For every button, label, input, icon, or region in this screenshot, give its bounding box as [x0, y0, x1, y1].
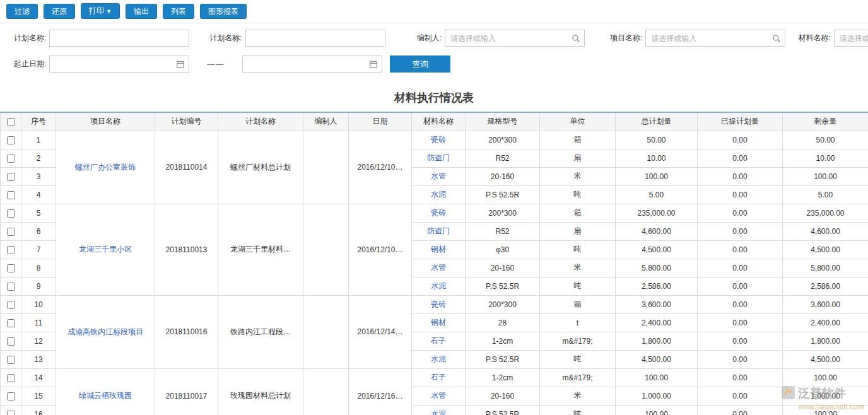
- material-link-cell: 钢材: [412, 313, 466, 332]
- material-link[interactable]: 瓷砖: [431, 208, 446, 217]
- project-link[interactable]: 龙湖三千里小区: [79, 245, 132, 254]
- date-from-input[interactable]: [49, 56, 189, 73]
- row-checkbox[interactable]: [7, 173, 15, 181]
- filter-button[interactable]: 过滤: [6, 4, 38, 19]
- material-link[interactable]: 水管: [431, 263, 446, 272]
- cell-requested: 0.00: [698, 368, 783, 387]
- project-name-input[interactable]: [645, 30, 785, 47]
- row-checkbox[interactable]: [7, 264, 15, 272]
- material-link-cell: 水管: [412, 387, 466, 405]
- cell-compiler: [303, 204, 349, 295]
- cell-unit: m&#179;: [540, 368, 616, 387]
- material-link[interactable]: 钢材: [431, 318, 446, 327]
- date-to-input[interactable]: [242, 56, 382, 73]
- table-body: 1螺丝厂办公室装饰2018110014螺丝厂材料总计划2016/12/10…瓷砖…: [1, 131, 868, 415]
- project-link-cell: 绿城云栖玫瑰园: [56, 368, 155, 415]
- material-link-cell: 水泥: [412, 185, 466, 204]
- row-checkbox[interactable]: [7, 191, 15, 199]
- cell-spec: 200*300: [466, 131, 540, 149]
- cell-requested: 0.00: [698, 405, 783, 415]
- search-icon[interactable]: [772, 34, 781, 43]
- material-link[interactable]: 水泥: [431, 354, 446, 363]
- query-button[interactable]: 查询: [390, 56, 450, 73]
- cell-plan-name: 铁路内江工程段…: [218, 295, 303, 368]
- row-checkbox[interactable]: [7, 246, 15, 254]
- material-link[interactable]: 水管: [431, 172, 446, 180]
- col-requested: 已提计划量: [698, 112, 783, 131]
- col-material: 材料名称: [412, 112, 466, 131]
- row-checkbox-cell: [1, 313, 21, 332]
- row-checkbox-cell: [1, 295, 21, 313]
- material-name-input[interactable]: [834, 30, 868, 47]
- list-button[interactable]: 列表: [163, 4, 194, 19]
- row-checkbox[interactable]: [7, 374, 15, 382]
- calendar-icon[interactable]: [369, 60, 378, 69]
- cell-spec: R52: [466, 222, 540, 240]
- material-link[interactable]: 水泥: [431, 190, 446, 199]
- cell-unit: 扇: [540, 222, 616, 240]
- material-link[interactable]: 钢材: [431, 245, 446, 254]
- material-link[interactable]: 瓷砖: [431, 300, 446, 308]
- row-checkbox[interactable]: [7, 283, 15, 291]
- material-link[interactable]: 防盗门: [427, 226, 450, 235]
- cell-requested: 0.00: [698, 259, 783, 277]
- cell-date: 2016/12/16…: [349, 368, 412, 415]
- row-checkbox[interactable]: [7, 392, 15, 400]
- col-project: 项目名称: [56, 112, 155, 131]
- row-checkbox[interactable]: [7, 136, 15, 144]
- cell-requested: 0.00: [698, 185, 783, 204]
- cell-plan-name: 玫瑰园材料总计划: [218, 368, 303, 415]
- row-checkbox[interactable]: [7, 301, 15, 309]
- material-link[interactable]: 石子: [431, 336, 446, 345]
- export-button[interactable]: 输出: [126, 4, 157, 19]
- row-checkbox-cell: [1, 368, 21, 387]
- calendar-icon[interactable]: [176, 60, 185, 69]
- row-checkbox[interactable]: [7, 319, 15, 327]
- cell-unit: 箱: [540, 204, 616, 222]
- cell-remaining: 1,000.00: [783, 387, 868, 405]
- cell-remaining: 50.00: [783, 131, 868, 149]
- row-checkbox[interactable]: [7, 209, 15, 218]
- cell-remaining: 4,500.00: [783, 240, 868, 259]
- cell-unit: 米: [540, 167, 616, 185]
- material-link[interactable]: 石子: [431, 373, 446, 382]
- project-link[interactable]: 绿城云栖玫瑰园: [79, 391, 132, 400]
- table-row: 1螺丝厂办公室装饰2018110014螺丝厂材料总计划2016/12/10…瓷砖…: [1, 131, 868, 149]
- compiler-input[interactable]: [445, 30, 585, 47]
- cell-spec: 1-2cm: [466, 332, 540, 350]
- material-link[interactable]: 防盗门: [427, 153, 450, 162]
- caret-down-icon: ▼: [106, 8, 112, 15]
- material-link[interactable]: 水泥: [431, 281, 446, 290]
- cell-total-planned: 3,600.00: [616, 295, 698, 313]
- plan-name-input[interactable]: [49, 30, 189, 47]
- material-link-cell: 水泥: [412, 277, 466, 295]
- cell-requested: 0.00: [698, 350, 783, 368]
- select-all-checkbox[interactable]: [7, 118, 15, 126]
- row-checkbox[interactable]: [7, 155, 15, 163]
- row-checkbox[interactable]: [7, 411, 15, 415]
- cell-requested: 0.00: [698, 387, 783, 405]
- print-button-label: 打印: [89, 6, 104, 15]
- row-checkbox[interactable]: [7, 228, 15, 236]
- cell-seq: 14: [21, 368, 56, 387]
- row-checkbox-cell: [1, 149, 21, 167]
- row-checkbox[interactable]: [7, 356, 15, 364]
- cell-remaining: 10.00: [783, 149, 868, 167]
- restore-button[interactable]: 还原: [44, 4, 75, 19]
- graphic-report-button[interactable]: 图形报表: [200, 4, 247, 19]
- row-checkbox[interactable]: [7, 337, 15, 346]
- cell-seq: 13: [21, 350, 56, 368]
- plan-name2-input[interactable]: [245, 30, 385, 47]
- material-link[interactable]: 瓷砖: [431, 135, 446, 144]
- search-icon[interactable]: [572, 34, 580, 43]
- cell-total-planned: 5,800.00: [616, 259, 698, 277]
- project-link[interactable]: 成渝高铁内江标段项目: [67, 327, 143, 336]
- material-link[interactable]: 水管: [431, 391, 446, 400]
- cell-unit: 箱: [540, 295, 616, 313]
- print-button[interactable]: 打印▼: [81, 3, 120, 19]
- material-link[interactable]: 水泥: [431, 409, 446, 415]
- project-link[interactable]: 螺丝厂办公室装饰: [75, 163, 136, 172]
- project-link-cell: 龙湖三千里小区: [56, 204, 155, 295]
- cell-seq: 15: [21, 387, 56, 405]
- cell-plan-name: 龙湖三千里材料…: [218, 204, 303, 295]
